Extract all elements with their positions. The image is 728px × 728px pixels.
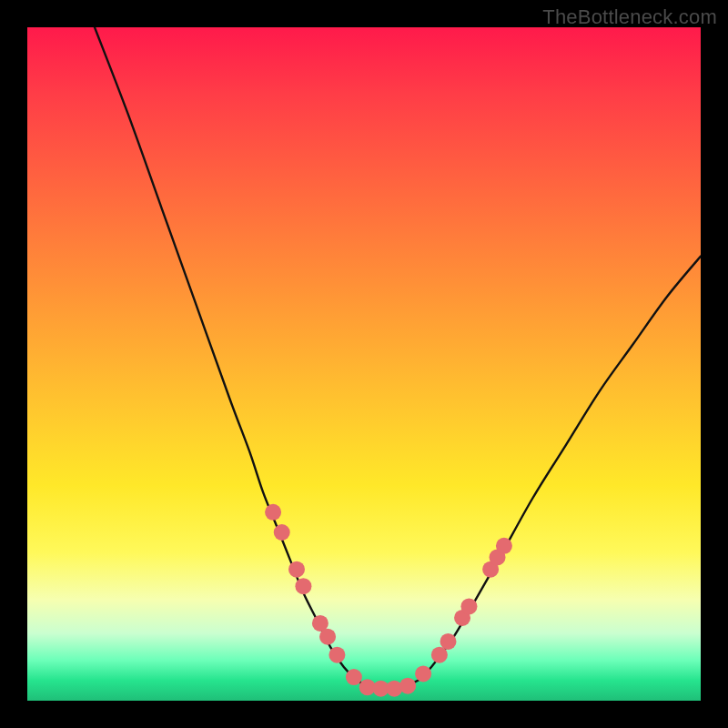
curve-marker [346,669,362,685]
curve-marker [399,678,416,694]
watermark-text: TheBottleneck.com [542,5,717,29]
bottleneck-curve-path [95,27,701,688]
curve-marker [295,578,311,594]
curve-marker [274,524,290,541]
curve-marker [440,633,457,650]
curve-marker [460,598,477,614]
plot-area [27,27,701,701]
curve-marker [288,561,305,578]
curve-marker [386,681,402,697]
curve-marker [319,629,336,645]
curve-marker [415,665,431,682]
curve-marker [265,504,281,521]
chart-frame: TheBottleneck.com [0,0,728,728]
curve-marker [496,538,512,554]
curve-marker [431,647,448,663]
curve-svg [27,27,701,701]
curve-marker [329,647,345,663]
